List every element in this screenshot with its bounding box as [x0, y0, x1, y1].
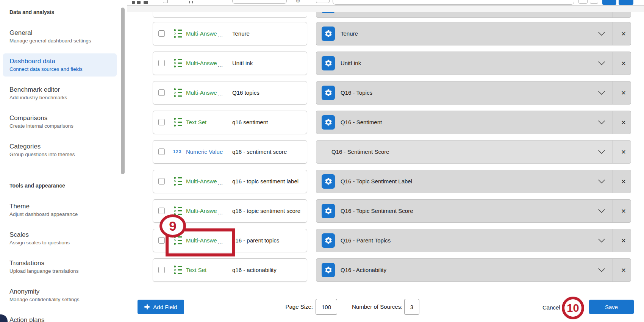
field-checkbox[interactable]	[158, 208, 165, 214]
sidebar-item-dashboard-data[interactable]: Dashboard data Connect data sources and …	[3, 53, 117, 77]
field-checkbox[interactable]	[158, 89, 165, 96]
toolbar-input-partial[interactable]	[232, 0, 287, 4]
mapped-field-row-q16-topic-sentiment-label[interactable]: Q16 - Topic Sentiment Label ✕	[316, 170, 631, 193]
field-checkbox[interactable]	[158, 267, 165, 273]
toolbar-button-partial[interactable]	[578, 0, 588, 4]
mapped-field-row-q16-parent-topics[interactable]: Q16 - Parent Topics ✕	[316, 229, 631, 252]
sidebar-item-general[interactable]: General Manage general dashboard setting…	[3, 25, 117, 48]
gear-icon[interactable]	[322, 56, 335, 70]
field-checkbox[interactable]	[158, 178, 165, 184]
source-field-row-unitlink[interactable]: Multi-Answe… UnitLink	[153, 52, 307, 75]
remove-icon[interactable]: ✕	[616, 111, 631, 134]
sidebar-item-title: Anonymity	[9, 288, 110, 296]
mapped-field-row-q16-sentiment-score[interactable]: Q16 - Sentiment Score ✕	[316, 140, 631, 164]
annotation-step-9: 9	[159, 214, 186, 238]
sidebar-item-subtitle: Group questions into themes	[9, 151, 110, 158]
sidebar-item-theme[interactable]: Theme Adjust dashboard appearance	[3, 199, 117, 222]
mapped-field-row-q16-actionability[interactable]: Q16 - Actionability ✕	[316, 258, 631, 282]
field-type-label: Multi-Answe…	[186, 207, 223, 215]
gear-icon[interactable]	[322, 174, 335, 189]
sidebar-item-action-plans[interactable]: Action plans	[3, 312, 117, 322]
truncation-ellipsis: …	[217, 61, 223, 68]
field-type-label: Multi-Answe…	[186, 59, 223, 67]
chevron-down-icon[interactable]	[598, 209, 605, 213]
truncation-ellipsis: …	[217, 180, 223, 186]
number-of-sources-input[interactable]	[404, 299, 419, 315]
remove-icon[interactable]: ✕	[616, 81, 631, 104]
sidebar-item-title: Comparisons	[9, 114, 110, 122]
sidebar-item-categories[interactable]: Categories Group questions into themes	[3, 139, 117, 162]
sidebar-item-benchmark-editor[interactable]: Benchmark editor Add industry benchmarks	[3, 82, 117, 105]
add-field-button[interactable]: Add Field	[138, 300, 184, 314]
mapped-field-row-q16-topics[interactable]: Q16 - Topics ✕	[316, 81, 631, 105]
chevron-down-icon[interactable]	[598, 238, 605, 243]
remove-icon[interactable]: ✕	[616, 22, 631, 45]
sidebar-scrollbar[interactable]	[121, 8, 125, 174]
chevron-down-icon[interactable]	[598, 61, 605, 66]
chevron-down-icon[interactable]	[598, 179, 605, 184]
sidebar-item-anonymity[interactable]: Anonymity Manage confidentiality setting…	[3, 284, 117, 307]
toolbar-icon-fragment	[144, 1, 148, 4]
annotation-step-10: 10	[562, 297, 584, 319]
remove-icon[interactable]: ✕	[616, 141, 631, 163]
row-divider	[613, 52, 613, 75]
gear-icon[interactable]	[322, 263, 335, 277]
sidebar-item-subtitle: Assign scales to questions	[9, 239, 110, 246]
source-field-row-q16-actionability[interactable]: Text Set q16 - actionability	[153, 258, 307, 282]
toolbar-gear-icon[interactable]: ⚙	[295, 0, 300, 3]
row-divider	[613, 22, 613, 45]
multi-answer-list-icon	[174, 29, 183, 39]
truncation-ellipsis: …	[217, 209, 223, 216]
mapped-field-row-unitlink[interactable]: UnitLink ✕	[316, 52, 631, 75]
remove-icon[interactable]: ✕	[616, 200, 631, 222]
sidebar-item-comparisons[interactable]: Comparisons Create internal comparisons	[3, 110, 117, 133]
page-size-input[interactable]	[316, 299, 337, 315]
sidebar-item-subtitle: Create internal comparisons	[9, 122, 110, 130]
toolbar-button-partial[interactable]	[590, 0, 598, 4]
row-divider	[613, 170, 613, 193]
toolbar-primary-button-partial[interactable]	[619, 0, 633, 5]
chevron-down-icon[interactable]	[598, 31, 605, 36]
field-checkbox[interactable]	[158, 60, 165, 66]
chevron-down-icon[interactable]	[598, 268, 605, 272]
gear-icon[interactable]	[322, 86, 335, 100]
mapped-field-row-tenure[interactable]: Tenure ✕	[316, 22, 631, 45]
truncation-ellipsis: …	[217, 32, 223, 38]
toolbar-primary-button-partial[interactable]	[602, 0, 616, 5]
toolbar-button-partial[interactable]	[316, 0, 330, 3]
source-field-row-tenure[interactable]: Multi-Answe… Tenure	[153, 22, 307, 45]
remove-icon[interactable]: ✕	[616, 52, 631, 75]
chevron-down-icon[interactable]	[598, 91, 605, 95]
mapped-field-name: Q16 - Actionability	[341, 266, 386, 274]
field-checkbox[interactable]	[158, 148, 165, 155]
remove-icon[interactable]: ✕	[616, 229, 631, 252]
sidebar-item-translations[interactable]: Translations Upload languange translatio…	[3, 255, 117, 278]
mapped-field-name: Q16 - Topic Sentiment Score	[341, 207, 413, 215]
gear-icon[interactable]	[322, 204, 335, 218]
source-field-row-q16-topic-sentiment-label[interactable]: Multi-Answe… q16 - topic sentiment label	[153, 170, 307, 193]
field-checkbox[interactable]	[158, 30, 165, 37]
gear-icon[interactable]	[322, 115, 335, 130]
row-divider	[613, 200, 613, 222]
field-checkbox[interactable]	[158, 237, 165, 244]
mapped-field-name: Q16 - Sentiment	[341, 119, 382, 126]
mapped-field-row-q16-topic-sentiment-score[interactable]: Q16 - Topic Sentiment Score ✕	[316, 199, 631, 223]
gear-icon[interactable]	[322, 27, 335, 41]
gear-icon[interactable]	[322, 233, 335, 248]
field-type-label: Multi-Answe…	[186, 178, 223, 185]
field-type-label: Multi-Answe…	[186, 30, 223, 38]
row-divider	[613, 229, 613, 252]
chevron-down-icon[interactable]	[598, 120, 605, 125]
mapped-field-row-q16-sentiment[interactable]: Q16 - Sentiment ✕	[316, 111, 631, 134]
sidebar-item-scales[interactable]: Scales Assign scales to questions	[3, 227, 117, 250]
toolbar-search-input-partial[interactable]	[333, 0, 574, 5]
source-field-row-q16-topics[interactable]: Multi-Answe… Q16 topics	[153, 81, 307, 105]
field-checkbox[interactable]	[158, 119, 165, 125]
chevron-down-icon[interactable]	[598, 150, 605, 154]
source-field-row-q16-sentiment[interactable]: Text Set q16 sentiment	[153, 111, 307, 134]
save-button[interactable]: Save	[589, 300, 634, 314]
source-field-row-q16-sentiment-score[interactable]: 123 Numeric Value q16 - sentiment score	[153, 140, 307, 164]
remove-icon[interactable]: ✕	[616, 259, 631, 281]
remove-icon[interactable]: ✕	[616, 170, 631, 193]
cancel-button[interactable]: Cancel	[542, 304, 560, 311]
